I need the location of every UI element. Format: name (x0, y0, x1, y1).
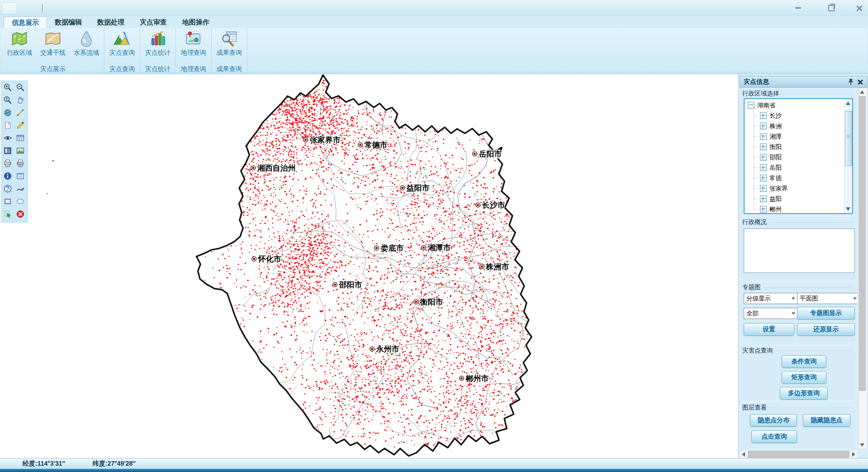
hide-hazard-button[interactable]: 隐藏隐患点 (803, 414, 850, 427)
grade-select[interactable]: 分级显示 (744, 293, 798, 304)
scroll-thumb[interactable] (748, 451, 849, 458)
settings-button[interactable]: 设置 (744, 323, 794, 336)
tool-image-view-button[interactable] (14, 146, 26, 157)
expand-icon[interactable] (760, 185, 767, 192)
print-icon (3, 159, 12, 170)
map-area[interactable]: 张家界市常德市岳阳市湘西自治州益阳市长沙市娄底市湘潭市株洲市怀化市邵阳市衡阳市永… (0, 74, 738, 458)
tool-attribute-table-button[interactable] (14, 133, 26, 145)
click-query-button[interactable]: 点击查询 (751, 430, 797, 443)
tool-zoom-window-button[interactable] (2, 95, 14, 107)
tab-4[interactable]: 地图操作 (175, 16, 217, 28)
tool-pan-hand-button[interactable] (14, 95, 26, 107)
expand-icon[interactable] (760, 112, 767, 119)
tree-item-9[interactable]: 郴州 (745, 204, 844, 214)
tool-blank-page-button[interactable] (2, 120, 14, 132)
tool-delete-button[interactable] (14, 209, 26, 221)
panel-horizontal-scrollbar[interactable] (740, 451, 857, 458)
hazard-distribution-button[interactable]: 隐患点分布 (750, 414, 797, 427)
tool-print-button[interactable] (2, 158, 14, 170)
expand-icon[interactable] (760, 195, 767, 202)
map-type-select[interactable]: 平面图 (797, 293, 857, 304)
city-name: 永州市 (376, 344, 399, 353)
expand-icon[interactable] (760, 164, 767, 171)
map-canvas[interactable]: 张家界市常德市岳阳市湘西自治州益阳市长沙市娄底市湘潭市株洲市怀化市邵阳市衡阳市永… (0, 74, 738, 458)
scroll-up-icon[interactable] (860, 91, 864, 94)
ribbon-button-0-0[interactable]: 行政区域 (3, 28, 36, 64)
tool-ellipse-select-button[interactable] (14, 196, 26, 208)
tree-item-7[interactable]: 张家界 (745, 183, 844, 194)
tool-info-button[interactable] (2, 171, 14, 183)
tool-globe-button[interactable] (2, 108, 14, 119)
tool-window-panel-button[interactable] (14, 171, 26, 183)
expand-icon[interactable] (760, 123, 767, 129)
scroll-thumb[interactable] (859, 96, 866, 391)
tool-brush-button[interactable] (14, 120, 26, 132)
tab-2[interactable]: 数据处理 (90, 16, 132, 28)
tree-item-5[interactable]: 岳阳 (745, 162, 844, 173)
restore-button[interactable] (824, 3, 839, 13)
scroll-right-icon[interactable] (852, 452, 855, 457)
layer-panel-icon (3, 146, 12, 157)
expand-icon[interactable] (760, 154, 767, 161)
tool-layer-panel-button[interactable] (2, 146, 14, 157)
tab-3[interactable]: 灾点审查 (132, 16, 175, 28)
tool-rectangle-select-button[interactable] (2, 196, 14, 208)
panel-vertical-scrollbar[interactable] (859, 88, 867, 449)
ribbon-button-0-1[interactable]: 交通干线 (36, 28, 70, 64)
tool-measure-line-button[interactable] (14, 108, 26, 119)
longitude-readout: 经度:114°3′31″ (23, 458, 65, 469)
overview-textarea[interactable] (744, 229, 855, 273)
zoom-in-icon (3, 83, 12, 94)
region-tree[interactable]: 湖南省长沙株洲湘潭衡阳邵阳岳阳常德张家界益阳郴州 (744, 98, 853, 214)
tool-eye-button[interactable] (2, 133, 14, 145)
expand-icon[interactable] (760, 133, 767, 140)
tree-item-1[interactable]: 株洲 (745, 121, 844, 131)
ellipse-select-icon (16, 197, 25, 208)
tool-pointer-select-button[interactable] (2, 209, 14, 221)
ribbon-group-label: 成果查询 (212, 64, 246, 74)
restore-display-button[interactable]: 还原显示 (797, 323, 855, 336)
panel-titlebar: 灾点信息 (740, 76, 868, 88)
thematic-show-button[interactable]: 专题图显示 (797, 307, 855, 319)
collapse-icon[interactable] (748, 102, 755, 109)
scroll-down-icon[interactable] (860, 443, 864, 447)
ribbon-button-0-2[interactable]: 水系流域 (70, 28, 103, 64)
minimize-button[interactable] (790, 3, 806, 13)
polygon-query-button[interactable]: 多边形查询 (780, 387, 828, 400)
tool-zoom-in-button[interactable] (2, 82, 14, 94)
scroll-up-icon[interactable] (846, 101, 850, 105)
tree-scroll-thumb[interactable] (845, 111, 852, 166)
tree-item-root[interactable]: 湖南省 (745, 100, 844, 110)
ribbon-button-3-0[interactable]: 地理查询 (177, 28, 210, 64)
expand-icon[interactable] (760, 143, 767, 150)
tree-item-2[interactable]: 湘潭 (745, 131, 844, 142)
expand-icon[interactable] (760, 206, 767, 213)
panel-close-icon[interactable] (857, 78, 864, 86)
ribbon-button-2-0[interactable]: 灾点统计 (141, 28, 175, 64)
condition-query-button[interactable]: 条件查询 (782, 355, 826, 368)
tool-sketch-line-button[interactable] (14, 184, 26, 195)
tree-item-label: 张家界 (769, 185, 788, 193)
tree-item-3[interactable]: 衡阳 (745, 142, 844, 152)
tree-item-0[interactable]: 长沙 (745, 110, 844, 121)
tree-item-4[interactable]: 邵阳 (745, 152, 844, 162)
tree-item-6[interactable]: 常德 (745, 173, 844, 183)
pin-icon[interactable] (847, 78, 854, 86)
scroll-left-icon[interactable] (742, 452, 745, 457)
expand-icon[interactable] (760, 175, 767, 181)
tab-1[interactable]: 数据编辑 (47, 16, 90, 28)
tool-zoom-out-button[interactable] (14, 82, 26, 94)
tree-item-8[interactable]: 益阳 (745, 194, 844, 204)
rectangle-query-button[interactable]: 矩形查询 (782, 371, 826, 384)
close-button[interactable] (852, 3, 867, 13)
tool-print-color-button[interactable] (14, 158, 26, 170)
scope-select[interactable]: 全部 (744, 308, 798, 319)
ribbon-button-1-0[interactable]: 灾点查询 (105, 28, 139, 64)
scroll-down-icon[interactable] (846, 207, 850, 211)
ribbon-button-4-0[interactable]: 成果查询 (212, 28, 246, 64)
tab-0[interactable]: 信息展示 (4, 16, 47, 29)
quick-access-toolbar[interactable] (2, 2, 17, 14)
tree-scrollbar[interactable] (844, 99, 852, 213)
tool-help-button[interactable] (2, 184, 14, 195)
search-table-icon (220, 30, 238, 48)
